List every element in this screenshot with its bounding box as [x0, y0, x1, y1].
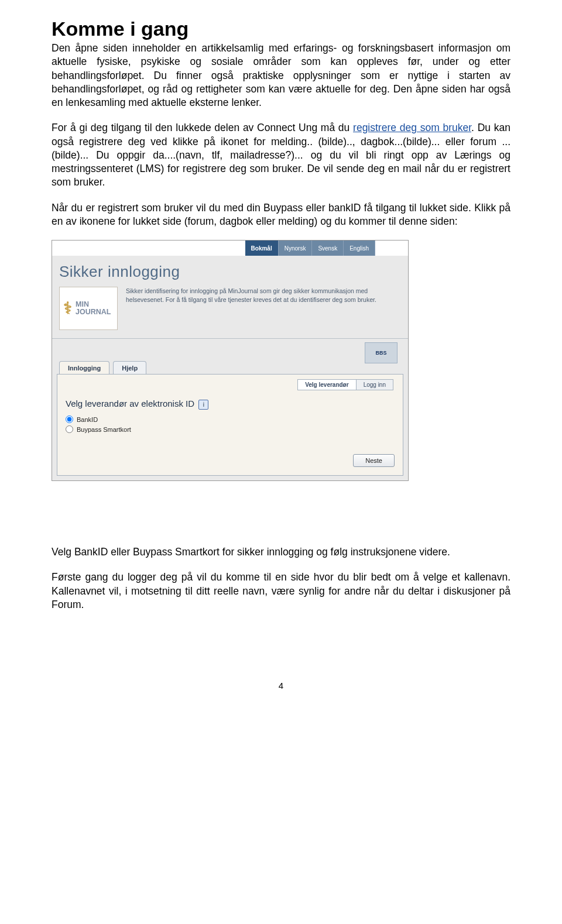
login-description: Sikker identifisering for innlogging på …	[126, 287, 399, 304]
info-icon[interactable]: i	[198, 400, 208, 410]
radio-bankid[interactable]	[66, 415, 73, 423]
intro-paragraph-3: Når du er registrert som bruker vil du m…	[52, 201, 510, 229]
lang-tab-english[interactable]: English	[344, 241, 375, 256]
lang-tab-bokmal[interactable]: Bokmål	[245, 241, 279, 256]
post-shot-paragraph-1: Velg BankID eller Buypass Smartkort for …	[52, 545, 510, 559]
login-title: Sikker innlogging	[59, 263, 399, 281]
tab-hjelp[interactable]: Hjelp	[113, 361, 146, 374]
lang-tab-svensk[interactable]: Svensk	[312, 241, 344, 256]
language-bar: Bokmål Nynorsk Svensk English	[52, 241, 408, 256]
page-heading: Komme i gang	[52, 18, 510, 40]
intro-paragraph-1: Den åpne siden inneholder en artikkelsam…	[52, 42, 510, 109]
option-bankid-label: BankID	[77, 416, 98, 423]
post-shot-paragraph-2: Første gang du logger deg på vil du komm…	[52, 571, 510, 612]
caduceus-icon: ⚕	[63, 300, 72, 317]
panel-heading-text: Velg leverandør av elektronisk ID	[66, 399, 194, 408]
option-bankid[interactable]: BankID	[66, 415, 395, 423]
p2-before: For å gi deg tilgang til den lukkede del…	[52, 122, 353, 133]
step-logg-inn: Logg inn	[356, 379, 393, 390]
neste-button[interactable]: Neste	[353, 454, 395, 467]
panel-heading: Velg leverandør av elektronisk ID i	[66, 399, 395, 410]
page-number: 4	[52, 681, 510, 691]
tab-innlogging[interactable]: Innlogging	[59, 361, 109, 374]
register-link[interactable]: registrere deg som bruker	[353, 122, 471, 133]
option-buypass[interactable]: Buypass Smartkort	[66, 425, 395, 433]
lang-tab-nynorsk[interactable]: Nynorsk	[279, 241, 313, 256]
login-panel: Velg leverandør Logg inn Velg leverandør…	[57, 374, 403, 476]
step-velg-leverandor: Velg leverandør	[297, 379, 355, 390]
minjournal-logo: ⚕ MIN JOURNAL	[59, 287, 118, 330]
login-screenshot: Bokmål Nynorsk Svensk English Sikker inn…	[52, 240, 409, 481]
option-buypass-label: Buypass Smartkort	[77, 426, 131, 433]
logo-text: MIN JOURNAL	[76, 301, 114, 316]
bbs-logo: BBS	[365, 342, 397, 363]
radio-buypass[interactable]	[66, 425, 73, 433]
intro-paragraph-2: For å gi deg tilgang til den lukkede del…	[52, 121, 510, 189]
